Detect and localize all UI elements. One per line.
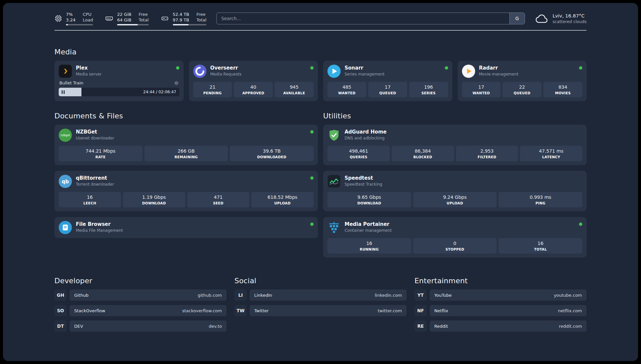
- bookmark-bar[interactable]: YouTube youtube.com: [430, 289, 587, 301]
- stat-ping: 0.993 ms PING: [499, 192, 582, 207]
- app-subtitle: Media File Management: [76, 228, 306, 233]
- stats-row: 16 LEECH 1.19 Gbps DOWNLOAD 471 SEED 6: [59, 192, 314, 207]
- stat-value: 618.52 Mbps: [253, 195, 312, 200]
- app-subtitle: Series management: [345, 72, 441, 76]
- stat-label: WANTED: [329, 91, 365, 95]
- stats-row: 9.65 Gbps DOWNLOAD 9.24 Gbps UPLOAD 0.99…: [327, 192, 582, 207]
- stat-value: 471: [189, 195, 248, 200]
- bookmark-bar[interactable]: Github github.com: [70, 289, 227, 301]
- ram-free-value: 22 GiB: [117, 12, 131, 17]
- bookmark-bar[interactable]: DEV dev.to: [70, 320, 227, 332]
- bookmark-netflix[interactable]: NF Netflix netflix.com: [414, 305, 587, 316]
- stat-value: 196: [411, 84, 447, 90]
- bookmark-github[interactable]: GH Github github.com: [54, 289, 227, 301]
- search-input[interactable]: [217, 13, 509, 24]
- app-card-overseerr[interactable]: Overseerr Media Requests 21 PENDING 40 A…: [189, 61, 318, 101]
- section-utilities: Utilities AdGuard Home DNS and adblockin…: [323, 112, 587, 258]
- app-card-adguard[interactable]: AdGuard Home DNS and adblocking 498,461 …: [323, 125, 587, 165]
- stat-value: 86,384: [393, 148, 453, 154]
- bookmark-bar[interactable]: Netflix netflix.com: [430, 305, 587, 316]
- bookmark-bar[interactable]: Reddit reddit.com: [430, 320, 587, 332]
- stat-queued: 22 QUEUED: [503, 82, 541, 97]
- stat-value: 266 GB: [146, 148, 227, 154]
- bookmark-url: netflix.com: [558, 308, 582, 313]
- bookmark-abbr: YT: [414, 289, 427, 301]
- app-card-plex[interactable]: Plex Media server Bullet Train: [54, 61, 184, 101]
- top-bar: 7% CPU 3.24 Load 22 GiB Free 64 G: [54, 3, 587, 25]
- playback-progress-bar[interactable]: 24:44 / 02:06:47: [59, 88, 179, 96]
- bookmark-url: dev.to: [209, 324, 222, 329]
- app-card-speedtest[interactable]: Speedtest Speedtest Tracking 9.65 Gbps D…: [323, 171, 587, 211]
- stats-row: 17 WANTED 22 QUEUED 834 MOVIES: [462, 82, 583, 97]
- topbar-divider: [54, 30, 587, 31]
- hard-drive-icon: [161, 15, 169, 22]
- app-card-nzbget[interactable]: nzbget NZBGet Usenet downloader 744.21 M…: [54, 125, 318, 165]
- status-online-dot: [176, 66, 179, 70]
- bookmark-twitter[interactable]: TW Twitter twitter.com: [234, 305, 407, 316]
- bookmark-group-entertainment: Entertainment YT YouTube youtube.com NF …: [414, 277, 587, 332]
- search-bar[interactable]: G: [216, 13, 525, 24]
- bookmark-bar[interactable]: StackOverflow stackoverflow.com: [70, 305, 227, 316]
- app-subtitle: Torrent downloader: [76, 182, 306, 187]
- stat-stopped: 0 STOPPED: [413, 238, 497, 254]
- card-titles: Speedtest Speedtest Tracking: [345, 175, 582, 187]
- stat-filtered: 2,953 FILTERED: [456, 146, 518, 161]
- overseerr-icon: [193, 65, 206, 78]
- portainer-icon: [327, 221, 341, 234]
- weather-condition: scattered clouds: [553, 19, 587, 24]
- stat-label: RATE: [60, 155, 141, 159]
- ram-label-top: Free: [138, 12, 148, 17]
- card-header: Speedtest Speedtest Tracking: [327, 175, 582, 188]
- bookmark-name: DEV: [74, 324, 83, 329]
- dashboard-content: 7% CPU 3.24 Load 22 GiB Free 64 G: [3, 3, 638, 332]
- ram-widget: 22 GiB Free 64 GiB Total: [105, 12, 149, 25]
- stat-pending: 21 PENDING: [193, 82, 232, 97]
- stat-label: QUEUED: [370, 91, 406, 95]
- stat-label: DOWNLOADED: [231, 155, 312, 159]
- gear-icon[interactable]: [174, 81, 179, 85]
- stats-row: 498,461 QUERIES 86,384 BLOCKED 2,953 FIL…: [327, 146, 582, 161]
- stat-upload: 9.24 Gbps UPLOAD: [413, 192, 497, 207]
- cpu-usage-value: 7%: [66, 12, 76, 17]
- stat-label: UPLOAD: [414, 201, 496, 205]
- stat-wanted: 17 WANTED: [462, 82, 501, 97]
- app-card-qbittorrent[interactable]: qb qBittorrent Torrent downloader 16 LEE…: [54, 171, 318, 211]
- bookmark-youtube[interactable]: YT YouTube youtube.com: [414, 289, 587, 301]
- section-title-documents: Documents & Files: [54, 112, 318, 120]
- stat-value: 485: [329, 84, 365, 90]
- stat-label: PING: [500, 201, 581, 205]
- bookmark-dev[interactable]: DT DEV dev.to: [54, 320, 227, 332]
- stat-label: LATENCY: [521, 155, 581, 159]
- bookmark-linkedin[interactable]: LI LinkedIn linkedin.com: [234, 289, 407, 301]
- app-name: AdGuard Home: [345, 129, 582, 135]
- search-engine-button[interactable]: G: [509, 13, 525, 24]
- app-card-sonarr[interactable]: Sonarr Series management 485 WANTED 17 Q…: [323, 61, 452, 101]
- stat-label: PENDING: [195, 91, 231, 95]
- card-header: Sonarr Series management: [327, 65, 448, 78]
- stat-total: 16 TOTAL: [499, 238, 582, 254]
- card-header: qb qBittorrent Torrent downloader: [59, 175, 314, 188]
- stat-value: 9.65 Gbps: [329, 195, 410, 200]
- bookmark-name: YouTube: [434, 293, 452, 298]
- bookmark-bar[interactable]: Twitter twitter.com: [250, 305, 407, 316]
- stat-queries: 498,461 QUERIES: [327, 146, 390, 161]
- app-card-radarr[interactable]: Radarr Movie management 17 WANTED 22 QUE…: [458, 61, 587, 101]
- status-online-dot: [445, 66, 448, 70]
- disk-label-top: Free: [197, 12, 206, 17]
- stats-row: 485 WANTED 17 QUEUED 196 SERIES: [327, 82, 448, 97]
- card-header: AdGuard Home DNS and adblocking: [327, 129, 582, 142]
- stat-value: 47.571 ms: [521, 148, 581, 154]
- bookmark-bar[interactable]: LinkedIn linkedin.com: [250, 289, 407, 301]
- pause-icon[interactable]: [62, 90, 65, 94]
- app-card-filebrowser[interactable]: File Browser Media File Management: [54, 217, 318, 238]
- bookmark-reddit[interactable]: RE Reddit reddit.com: [414, 320, 587, 332]
- documents-cards: nzbget NZBGet Usenet downloader 744.21 M…: [54, 125, 318, 238]
- bookmark-stackoverflow[interactable]: SO StackOverflow stackoverflow.com: [54, 305, 227, 316]
- app-subtitle: Media server: [76, 72, 172, 76]
- status-online-dot: [579, 66, 582, 70]
- stat-label: UPLOAD: [253, 201, 312, 205]
- stat-approved: 40 APPROVED: [234, 82, 273, 97]
- stat-blocked: 86,384 BLOCKED: [392, 146, 454, 161]
- app-card-portainer[interactable]: Media Portainer Container management 16 …: [323, 217, 587, 258]
- stat-label: QUEUED: [504, 91, 540, 95]
